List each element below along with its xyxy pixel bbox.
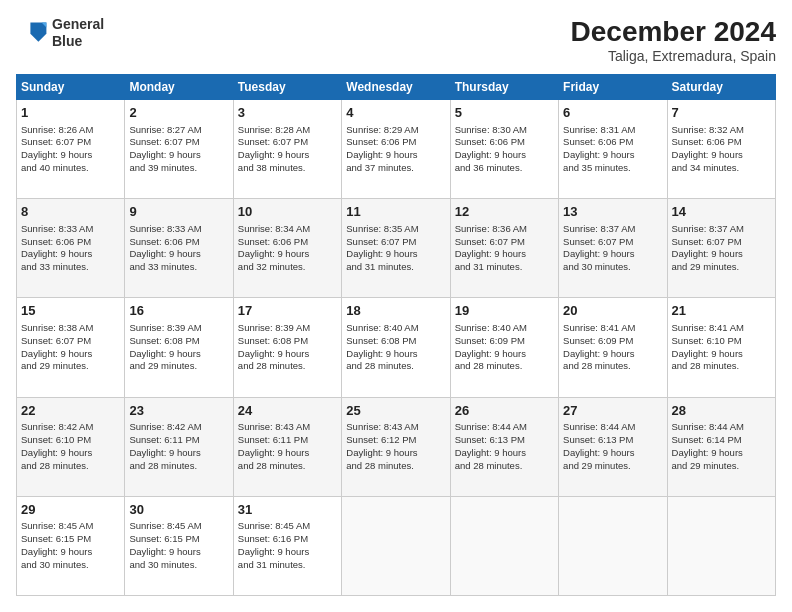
calendar-cell [450,496,558,595]
calendar-cell: 18Sunrise: 8:40 AMSunset: 6:08 PMDayligh… [342,298,450,397]
day-info-line: and 30 minutes. [129,559,197,570]
day-info-line: Sunset: 6:07 PM [672,236,742,247]
day-info-line: Sunset: 6:06 PM [129,236,199,247]
day-info-line: and 30 minutes. [563,261,631,272]
day-info-line: and 34 minutes. [672,162,740,173]
calendar-cell: 13Sunrise: 8:37 AMSunset: 6:07 PMDayligh… [559,199,667,298]
day-info-line: Daylight: 9 hours [672,149,743,160]
calendar-cell: 9Sunrise: 8:33 AMSunset: 6:06 PMDaylight… [125,199,233,298]
day-number: 16 [129,302,228,320]
day-info-line: and 35 minutes. [563,162,631,173]
day-number: 7 [672,104,771,122]
day-info-line: Sunrise: 8:45 AM [129,520,201,531]
calendar-cell: 7Sunrise: 8:32 AMSunset: 6:06 PMDaylight… [667,100,775,199]
day-info-line: Sunset: 6:11 PM [129,434,199,445]
weekday-sunday: Sunday [17,75,125,100]
day-info-line: Sunrise: 8:28 AM [238,124,310,135]
day-info-line: Sunrise: 8:41 AM [563,322,635,333]
day-number: 9 [129,203,228,221]
calendar-cell: 15Sunrise: 8:38 AMSunset: 6:07 PMDayligh… [17,298,125,397]
weekday-tuesday: Tuesday [233,75,341,100]
day-info-line: Sunrise: 8:44 AM [563,421,635,432]
day-info-line: Sunset: 6:07 PM [21,136,91,147]
day-info-line: Daylight: 9 hours [346,149,417,160]
calendar-cell: 2Sunrise: 8:27 AMSunset: 6:07 PMDaylight… [125,100,233,199]
day-info-line: Sunrise: 8:45 AM [238,520,310,531]
day-info-line: and 29 minutes. [129,360,197,371]
day-info-line: Sunset: 6:08 PM [238,335,308,346]
day-number: 12 [455,203,554,221]
logo-icon [16,19,48,47]
day-info-line: and 38 minutes. [238,162,306,173]
day-number: 4 [346,104,445,122]
day-info-line: Sunrise: 8:32 AM [672,124,744,135]
day-info-line: and 31 minutes. [346,261,414,272]
day-number: 29 [21,501,120,519]
day-info-line: Sunset: 6:09 PM [563,335,633,346]
day-number: 17 [238,302,337,320]
day-number: 28 [672,402,771,420]
day-info-line: and 29 minutes. [672,460,740,471]
calendar-cell: 23Sunrise: 8:42 AMSunset: 6:11 PMDayligh… [125,397,233,496]
day-info-line: and 37 minutes. [346,162,414,173]
calendar-cell [559,496,667,595]
day-info-line: Sunrise: 8:34 AM [238,223,310,234]
day-info-line: Daylight: 9 hours [455,447,526,458]
day-number: 13 [563,203,662,221]
day-info-line: Daylight: 9 hours [672,248,743,259]
weekday-header-row: SundayMondayTuesdayWednesdayThursdayFrid… [17,75,776,100]
day-info-line: Sunset: 6:07 PM [129,136,199,147]
page: General Blue December 2024 Taliga, Extre… [0,0,792,612]
day-info-line: Sunrise: 8:31 AM [563,124,635,135]
day-info-line: Sunset: 6:13 PM [455,434,525,445]
month-title: December 2024 [571,16,776,48]
day-info-line: Sunrise: 8:42 AM [129,421,201,432]
day-info-line: and 40 minutes. [21,162,89,173]
day-info-line: and 28 minutes. [346,460,414,471]
day-info-line: Daylight: 9 hours [563,447,634,458]
day-number: 25 [346,402,445,420]
day-number: 20 [563,302,662,320]
day-number: 27 [563,402,662,420]
day-info-line: Daylight: 9 hours [238,546,309,557]
day-info-line: Daylight: 9 hours [346,248,417,259]
day-info-line: Sunrise: 8:36 AM [455,223,527,234]
weekday-friday: Friday [559,75,667,100]
day-info-line: Sunset: 6:16 PM [238,533,308,544]
calendar-cell: 30Sunrise: 8:45 AMSunset: 6:15 PMDayligh… [125,496,233,595]
day-info-line: and 28 minutes. [129,460,197,471]
calendar-cell: 25Sunrise: 8:43 AMSunset: 6:12 PMDayligh… [342,397,450,496]
day-info-line: Sunrise: 8:37 AM [672,223,744,234]
day-info-line: and 28 minutes. [346,360,414,371]
day-info-line: and 31 minutes. [455,261,523,272]
calendar-cell: 24Sunrise: 8:43 AMSunset: 6:11 PMDayligh… [233,397,341,496]
day-number: 1 [21,104,120,122]
day-info-line: Sunrise: 8:33 AM [21,223,93,234]
day-number: 6 [563,104,662,122]
day-info-line: Daylight: 9 hours [455,348,526,359]
day-info-line: Daylight: 9 hours [238,248,309,259]
calendar-body: 1Sunrise: 8:26 AMSunset: 6:07 PMDaylight… [17,100,776,596]
day-info-line: and 28 minutes. [21,460,89,471]
calendar-cell: 21Sunrise: 8:41 AMSunset: 6:10 PMDayligh… [667,298,775,397]
day-info-line: Daylight: 9 hours [21,149,92,160]
calendar-table: SundayMondayTuesdayWednesdayThursdayFrid… [16,74,776,596]
calendar-cell: 5Sunrise: 8:30 AMSunset: 6:06 PMDaylight… [450,100,558,199]
calendar-cell: 26Sunrise: 8:44 AMSunset: 6:13 PMDayligh… [450,397,558,496]
day-info-line: Sunset: 6:06 PM [455,136,525,147]
day-info-line: Sunrise: 8:26 AM [21,124,93,135]
day-info-line: and 28 minutes. [672,360,740,371]
day-info-line: Sunset: 6:08 PM [346,335,416,346]
day-info-line: Daylight: 9 hours [129,149,200,160]
day-info-line: Sunset: 6:12 PM [346,434,416,445]
calendar-cell: 19Sunrise: 8:40 AMSunset: 6:09 PMDayligh… [450,298,558,397]
day-info-line: Daylight: 9 hours [455,149,526,160]
day-info-line: Daylight: 9 hours [21,348,92,359]
day-info-line: Sunset: 6:07 PM [21,335,91,346]
day-info-line: Sunset: 6:07 PM [455,236,525,247]
day-info-line: and 28 minutes. [238,360,306,371]
day-number: 24 [238,402,337,420]
day-info-line: Daylight: 9 hours [563,248,634,259]
day-info-line: Daylight: 9 hours [238,348,309,359]
day-info-line: Sunset: 6:15 PM [129,533,199,544]
